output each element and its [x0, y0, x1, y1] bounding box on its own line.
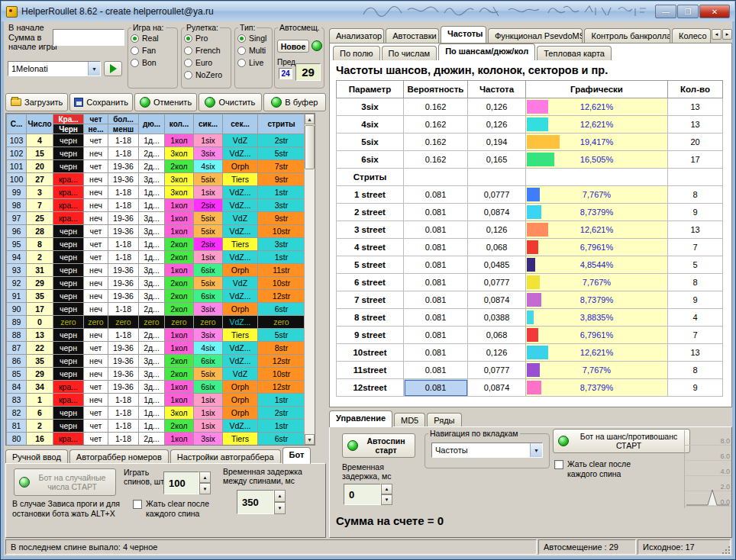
- freq-count[interactable]: 7: [668, 239, 723, 256]
- freq-frequency[interactable]: 0,068: [468, 327, 526, 344]
- history-row[interactable]: 8434кра...чет19-363д...1кол6sixOrph12str: [7, 381, 305, 394]
- freq-count[interactable]: 17: [668, 151, 723, 169]
- history-row[interactable]: 8813черннеч1-182д...1кол3sixTiers5str: [7, 329, 305, 342]
- freq-graph-cell[interactable]: 8,7379%: [526, 379, 668, 397]
- radio-real[interactable]: Real: [128, 32, 177, 44]
- freq-col-header-частота[interactable]: Частота: [468, 81, 526, 98]
- history-row[interactable]: 10027кра...неч19-363д...3кол5sixTiers9st…: [7, 173, 305, 186]
- freq-frequency[interactable]: 0,0874: [468, 379, 526, 397]
- history-scrollbar[interactable]: ▲ ▼: [304, 114, 315, 445]
- freq-frequency[interactable]: 0,126: [468, 221, 526, 239]
- maximize-button[interactable]: ❐: [677, 5, 699, 18]
- freq-count[interactable]: 8: [668, 186, 723, 204]
- history-row[interactable]: 9229черннеч19-363д...2кол5sixVdZ10str: [7, 277, 305, 290]
- ctrltab-ряды[interactable]: Ряды: [427, 413, 461, 427]
- freq-probability[interactable]: 0.081: [404, 362, 468, 379]
- history-row[interactable]: 1034чернчет1-181д...1кол1sixVdZ2str: [7, 134, 305, 147]
- chevron-down-icon[interactable]: ▼: [88, 62, 100, 76]
- col-header-odd[interactable]: не...: [84, 124, 108, 134]
- freq-count[interactable]: 9: [668, 291, 723, 309]
- freq-frequency[interactable]: 0,0485: [468, 256, 526, 274]
- freq-probability[interactable]: 0.081: [404, 327, 468, 344]
- freq-frequency[interactable]: 0,0777: [468, 186, 526, 204]
- freq-probability[interactable]: 0.081: [404, 204, 468, 221]
- radio-pro[interactable]: Pro: [182, 32, 231, 44]
- history-row[interactable]: 958чернчет1-181д...2кол2sixTiers3str: [7, 238, 305, 251]
- freq-frequency[interactable]: 0,194: [468, 134, 526, 151]
- scrollbar-thumb[interactable]: [305, 125, 315, 169]
- history-row[interactable]: 8016кра...чет1-182д...1кол3sixTiers6str: [7, 433, 305, 446]
- spin-down-icon[interactable]: ▼: [274, 502, 286, 514]
- title-bar[interactable]: HelperRoullet 8.62 - create helperroulle…: [2, 2, 734, 21]
- history-row[interactable]: 8529черннеч19-363д...2кол5sixVdZ10str: [7, 368, 305, 381]
- freq-frequency[interactable]: 0,165: [468, 151, 526, 169]
- new-button[interactable]: Новое: [277, 40, 309, 53]
- freq-col-header-параметр[interactable]: Параметр: [337, 81, 404, 98]
- freq-frequency[interactable]: 0,068: [468, 239, 526, 256]
- col-header-even[interactable]: чет: [84, 114, 108, 124]
- freq-probability[interactable]: 0.081: [404, 344, 468, 362]
- freq-col-header-графически[interactable]: Графически: [526, 81, 668, 98]
- freq-graph-cell[interactable]: 6,7961%: [526, 239, 668, 256]
- clear-after-spin-checkbox[interactable]: Жать clear после каждого спина: [554, 459, 654, 478]
- to-buffer-button[interactable]: В буфер: [263, 93, 326, 111]
- freq-graph-cell[interactable]: 7,767%: [526, 274, 668, 291]
- chance-bot-start-button[interactable]: Бот на шанс/противошанс СТАРТ: [553, 429, 690, 453]
- freq-param[interactable]: 4 street: [337, 239, 404, 256]
- subtab-по-числам[interactable]: По числам: [382, 46, 437, 60]
- freq-count[interactable]: 8: [668, 274, 723, 291]
- history-row[interactable]: 812чернчет1-181д...2кол1sixVdZ...1str: [7, 420, 305, 433]
- freq-count[interactable]: 9: [668, 379, 723, 397]
- col-header-sixline[interactable]: сик...: [194, 114, 223, 134]
- clear-button[interactable]: Очистить: [199, 93, 261, 111]
- freq-probability[interactable]: 0.162: [404, 134, 468, 151]
- spin-up-icon[interactable]: ▲: [274, 490, 286, 502]
- freq-probability[interactable]: 0.162: [404, 98, 468, 116]
- spin-down-icon[interactable]: ▼: [199, 483, 211, 494]
- freq-col-header-кол-во[interactable]: Кол-во: [668, 81, 723, 98]
- col-header-low[interactable]: менш: [108, 124, 139, 134]
- freq-param[interactable]: 12street: [337, 379, 404, 397]
- freq-param[interactable]: 3 street: [337, 221, 404, 239]
- freq-graph-cell[interactable]: 6,7961%: [526, 327, 668, 344]
- freq-frequency[interactable]: 0,126: [468, 116, 526, 134]
- spin-up-icon[interactable]: ▲: [381, 484, 392, 494]
- freq-count[interactable]: 13: [668, 221, 723, 239]
- spin-delay-value[interactable]: 350: [237, 490, 274, 514]
- ctrltab-управление[interactable]: Управление: [329, 410, 392, 427]
- col-header-red[interactable]: Кра...: [53, 114, 84, 124]
- radio-euro[interactable]: Euro: [182, 56, 231, 69]
- freq-probability[interactable]: 0.162: [404, 116, 468, 134]
- freq-graph-cell[interactable]: 7,767%: [526, 362, 668, 379]
- tab-scroll-left-icon[interactable]: ◄: [712, 29, 721, 40]
- history-row[interactable]: 831кра...неч1-181д...1кол1sixOrph1str: [7, 394, 305, 407]
- freq-param[interactable]: 3six: [337, 98, 404, 116]
- tab-функционал-psevdoms[interactable]: Функционал PsevdoMS: [488, 28, 583, 43]
- history-row[interactable]: 8722чернчет19-362д...1кол4sixVdZ...8str: [7, 342, 305, 355]
- freq-count[interactable]: 9: [668, 204, 723, 221]
- start-sum-input[interactable]: [53, 29, 124, 46]
- col-header-sector[interactable]: сек...: [223, 114, 258, 134]
- spin-up-icon[interactable]: ▲: [199, 471, 211, 483]
- col-header-high[interactable]: бол...: [108, 114, 139, 124]
- freq-count[interactable]: 13: [668, 344, 723, 362]
- time-delay-value[interactable]: 0: [344, 484, 381, 505]
- freq-graph-cell[interactable]: 12,621%: [526, 221, 668, 239]
- col-header-index[interactable]: С...: [7, 114, 27, 134]
- freq-frequency[interactable]: 0,0777: [468, 274, 526, 291]
- freq-count[interactable]: 13: [668, 98, 723, 116]
- radio-multi[interactable]: Multi: [235, 44, 272, 56]
- freq-frequency[interactable]: 0,126: [468, 98, 526, 116]
- freq-graph-cell[interactable]: 12,621%: [526, 116, 668, 134]
- freq-count[interactable]: 8: [668, 362, 723, 379]
- radio-singl[interactable]: Singl: [235, 32, 272, 44]
- radio-fan[interactable]: Fan: [128, 44, 177, 56]
- clear-after-spin-checkbox[interactable]: Жать clear после каждого спина: [133, 499, 224, 518]
- freq-count[interactable]: 13: [668, 116, 723, 134]
- play-button[interactable]: [104, 61, 122, 76]
- load-button[interactable]: Загрузить: [5, 93, 68, 111]
- history-row[interactable]: 826чернчет1-181д...3кол1sixOrph2str: [7, 407, 305, 420]
- chevron-down-icon[interactable]: ▼: [530, 443, 542, 457]
- freq-count[interactable]: 5: [668, 256, 723, 274]
- subtab-по-полю[interactable]: По полю: [333, 46, 380, 60]
